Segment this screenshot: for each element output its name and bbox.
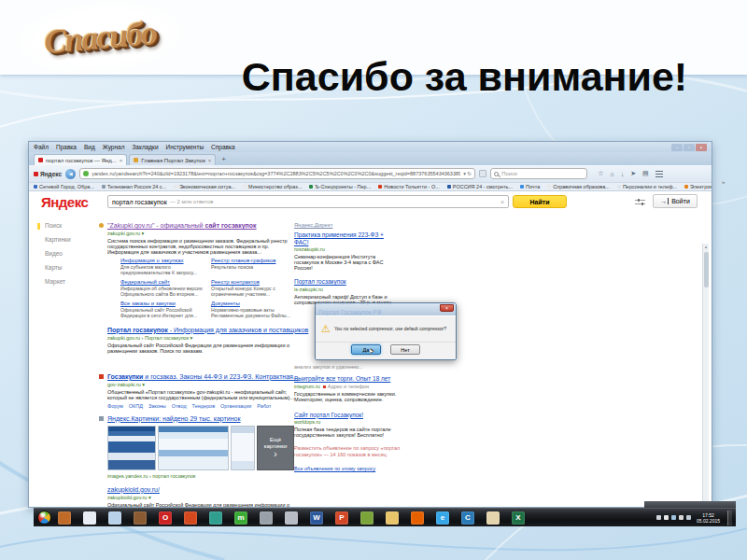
identity-dropdown-icon[interactable]: ▾ (463, 171, 466, 176)
show-desktop-button[interactable] (727, 511, 732, 525)
sitelink-title[interactable]: Реестр контрактов (211, 279, 294, 286)
tab-close-icon[interactable]: × (208, 158, 212, 163)
bookmark-item[interactable]: Почта (520, 184, 540, 189)
ad-title-link[interactable]: Практика применения 223-ФЗ +ФАС! (294, 231, 438, 245)
vertical-link[interactable]: Карты (45, 264, 71, 271)
taskbar-app-powerpoint[interactable]: P (335, 511, 348, 525)
quick-link[interactable]: Отвод (172, 403, 187, 409)
yandex-toolbar-button[interactable]: Яндекс (34, 171, 62, 177)
vertical-link[interactable]: Маркет (45, 278, 71, 285)
taskbar-app-excel[interactable]: X (512, 511, 525, 525)
result-url[interactable]: zakupki.gov.ru ▾ (107, 231, 294, 237)
result-url[interactable]: zakupkiold.gov.ru ▾ (107, 495, 294, 501)
tab-zakupki-portal[interactable]: Главная Портал Закупок × (129, 154, 216, 165)
close-button[interactable]: × (696, 144, 707, 151)
bookmark-item[interactable]: Сетевой Город. Обра... (34, 184, 94, 189)
site-identity-icon[interactable] (83, 171, 89, 176)
all-ads-link[interactable]: Все объявления по этому запросу (294, 466, 375, 471)
images-title-link[interactable]: Яндекс.Картинки: найдено 29 тыс. картино… (107, 415, 294, 423)
settings-icon[interactable] (635, 200, 645, 207)
taskbar-app-ie[interactable]: e (436, 511, 449, 525)
vertical-link[interactable]: Картинки (45, 236, 71, 243)
result-title-link[interactable]: Портал госзакупок - Информация для заказ… (107, 327, 294, 334)
bookmark-page-icon[interactable] (479, 170, 486, 177)
yandex-logo[interactable]: Яндекс (41, 194, 88, 210)
login-button[interactable]: → Войти (653, 194, 698, 208)
images-url[interactable]: images.yandex.ru › портал госзакупок (107, 473, 294, 479)
bookmark-item[interactable]: Новости Тольятти - О... (378, 184, 440, 189)
bookmark-item[interactable]: Экономическая ситуа... (174, 184, 235, 189)
menu-icon[interactable] (655, 171, 663, 177)
menu-item[interactable]: Журнал (103, 144, 125, 150)
bookmark-item[interactable]: Телеканал Россия 24 с... (102, 184, 166, 189)
back-button[interactable]: ◀ (65, 169, 76, 179)
dialog-close-button[interactable]: × (440, 304, 454, 312)
tray-icon[interactable] (656, 515, 661, 520)
ad-title-link[interactable]: Сайт портал Госзакупок! (294, 412, 438, 419)
quick-link[interactable]: Тендеров (192, 403, 215, 409)
vertical-link[interactable]: Видео (45, 250, 71, 257)
menu-item[interactable]: Вид (84, 144, 95, 150)
address-phone[interactable]: Адрес и телефон (323, 384, 369, 390)
result-url[interactable]: zakupki.gov.ru › Портал госзакупок ▾ (107, 335, 294, 342)
image-thumbnail[interactable] (158, 426, 229, 470)
home-icon[interactable]: ⌂ (610, 171, 613, 177)
browser-search-field[interactable]: Поиск (490, 168, 587, 179)
maximize-button[interactable]: ▫ (684, 144, 695, 151)
new-tab-button[interactable]: + (221, 154, 226, 165)
download-icon[interactable]: ↓ (621, 171, 625, 177)
taskbar-app-maxthon[interactable]: m (234, 511, 247, 525)
search-button[interactable]: Найти (513, 195, 567, 208)
tab-yandex-search[interactable]: портал госзакупок — Янд... × (34, 154, 127, 165)
ad-title-link[interactable]: Выиграйте все торги. Опыт 18 лет (294, 375, 438, 383)
taskbar-app-grey-2[interactable] (285, 511, 298, 525)
bookmark-item[interactable]: РОССИЯ 24 - смотреть... (447, 184, 513, 189)
quick-link[interactable]: Работ (257, 403, 271, 409)
minimize-button[interactable]: – (671, 144, 683, 151)
taskbar-app-document[interactable] (83, 511, 96, 525)
taskbar-app-teal[interactable] (209, 511, 222, 525)
dialog-titlebar[interactable]: × (316, 303, 456, 315)
result-title-link[interactable]: Госзакупки и госзаказ. Законы 44-ФЗ и 22… (107, 373, 294, 381)
sitelink-title[interactable]: Реестр планов-графиков (211, 258, 294, 264)
star-icon[interactable]: ☆ (598, 170, 603, 177)
quick-link[interactable]: Законы (148, 403, 166, 409)
tray-icon[interactable] (686, 515, 691, 520)
taskbar-app-folder[interactable] (386, 511, 399, 525)
scrollbar-thumb[interactable] (704, 252, 709, 287)
yandex-direct-link[interactable]: Яндекс.Директ (294, 222, 438, 228)
quick-link[interactable]: Форум (107, 403, 123, 409)
ad-title-link[interactable]: Портал госзакупок (294, 278, 438, 286)
taskbar-app-blue[interactable]: C (461, 511, 474, 525)
sitelink-title[interactable]: Все заказы и закупки (120, 301, 204, 307)
taskbar-app-folder-2[interactable] (486, 511, 500, 525)
sitelink-title[interactable]: Федеральный сайт (120, 279, 204, 286)
bookmark-item[interactable]: Электронный фонд н... (684, 184, 712, 189)
sitelink-title[interactable]: Информация о закупках (120, 258, 204, 264)
bookmark-item[interactable]: Справочная образова... (547, 184, 610, 189)
page-scrollbar[interactable]: ▴ (702, 244, 709, 505)
more-images-button[interactable]: Ещё картинки › (257, 426, 294, 470)
bookmark-item[interactable]: Ъ-Спецпроекты - Пер... (309, 184, 371, 189)
menu-item[interactable]: Справка (211, 144, 235, 150)
clear-icon[interactable]: × (500, 199, 504, 205)
taskbar-app-grey-1[interactable] (260, 511, 273, 525)
menu-item[interactable]: Инструменты (166, 144, 204, 150)
image-thumbnail[interactable] (107, 426, 156, 470)
quick-link[interactable]: ОКПД (129, 403, 143, 409)
menu-item[interactable]: Закладки (132, 144, 158, 150)
result-url[interactable]: gov-zakupki.ru ▾ (107, 382, 294, 388)
result-title-link[interactable]: zakupkiold.gov.ru/ (107, 486, 294, 494)
taskbar-app-green[interactable] (360, 511, 374, 525)
pocket-icon[interactable]: ➤ (630, 170, 636, 177)
tray-icon[interactable] (671, 515, 676, 520)
yandex-search-input[interactable]: портал госзакупок — 2 млн ответов × (107, 195, 509, 208)
vertical-link[interactable]: Поиск (45, 222, 71, 229)
bookmark-item[interactable]: Министерство образ... (243, 184, 302, 189)
taskbar-app-artweaver[interactable] (134, 511, 147, 525)
reload-icon[interactable]: ↻ (468, 171, 472, 176)
taskbar-app-word[interactable]: W (310, 511, 323, 525)
start-button[interactable] (37, 511, 51, 525)
sitelink-title[interactable]: Документы (211, 301, 294, 307)
tray-icon[interactable] (664, 515, 669, 520)
